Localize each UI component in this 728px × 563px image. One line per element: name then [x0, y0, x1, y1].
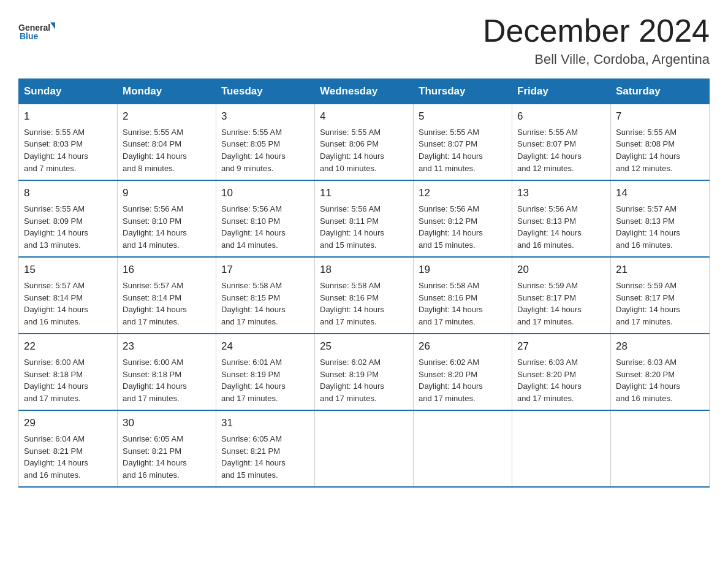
col-header-sunday: Sunday	[19, 79, 118, 104]
calendar-cell: 16Sunrise: 5:57 AMSunset: 8:14 PMDayligh…	[118, 257, 216, 334]
page-subtitle: Bell Ville, Cordoba, Argentina	[483, 52, 710, 67]
calendar-cell: 18Sunrise: 5:58 AMSunset: 8:16 PMDayligh…	[315, 257, 414, 334]
calendar-cell: 28Sunrise: 6:03 AMSunset: 8:20 PMDayligh…	[611, 334, 710, 410]
calendar-cell: 23Sunrise: 6:00 AMSunset: 8:18 PMDayligh…	[118, 334, 216, 410]
day-info: Sunrise: 6:05 AMSunset: 8:21 PMDaylight:…	[123, 434, 187, 480]
day-number: 4	[320, 109, 408, 124]
col-header-friday: Friday	[512, 79, 611, 104]
day-number: 17	[221, 262, 309, 278]
calendar-cell	[512, 410, 611, 487]
day-info: Sunrise: 5:56 AMSunset: 8:13 PMDaylight:…	[517, 204, 582, 250]
day-number: 7	[616, 109, 704, 124]
day-number: 13	[517, 186, 605, 201]
calendar-cell: 19Sunrise: 5:58 AMSunset: 8:16 PMDayligh…	[414, 257, 512, 334]
day-number: 23	[123, 339, 211, 354]
calendar-cell: 30Sunrise: 6:05 AMSunset: 8:21 PMDayligh…	[118, 410, 216, 487]
day-number: 22	[24, 339, 112, 354]
day-number: 24	[221, 339, 309, 354]
day-info: Sunrise: 5:55 AMSunset: 8:09 PMDaylight:…	[24, 204, 88, 250]
day-info: Sunrise: 5:55 AMSunset: 8:07 PMDaylight:…	[419, 128, 483, 174]
calendar-cell: 2Sunrise: 5:55 AMSunset: 8:04 PMDaylight…	[118, 104, 216, 181]
day-info: Sunrise: 5:59 AMSunset: 8:17 PMDaylight:…	[517, 281, 582, 327]
calendar-cell: 6Sunrise: 5:55 AMSunset: 8:07 PMDaylight…	[512, 104, 611, 181]
calendar-cell: 24Sunrise: 6:01 AMSunset: 8:19 PMDayligh…	[216, 334, 315, 410]
calendar-cell	[414, 410, 512, 487]
calendar-cell: 1Sunrise: 5:55 AMSunset: 8:03 PMDaylight…	[19, 104, 118, 181]
day-number: 3	[221, 109, 309, 124]
calendar-cell: 17Sunrise: 5:58 AMSunset: 8:15 PMDayligh…	[216, 257, 315, 334]
calendar-cell: 8Sunrise: 5:55 AMSunset: 8:09 PMDaylight…	[19, 180, 118, 257]
day-number: 1	[24, 109, 112, 124]
logo-svg: General Blue	[18, 12, 55, 49]
calendar-week-row: 29Sunrise: 6:04 AMSunset: 8:21 PMDayligh…	[19, 410, 710, 487]
calendar-header-row: SundayMondayTuesdayWednesdayThursdayFrid…	[19, 79, 710, 104]
day-number: 31	[221, 416, 309, 431]
svg-marker-1	[50, 23, 55, 29]
day-info: Sunrise: 5:58 AMSunset: 8:15 PMDaylight:…	[221, 281, 286, 327]
day-number: 19	[419, 262, 507, 278]
day-info: Sunrise: 5:55 AMSunset: 8:05 PMDaylight:…	[221, 128, 286, 174]
day-number: 9	[123, 186, 211, 201]
day-info: Sunrise: 6:00 AMSunset: 8:18 PMDaylight:…	[24, 358, 88, 404]
day-info: Sunrise: 5:55 AMSunset: 8:08 PMDaylight:…	[616, 128, 680, 174]
day-number: 2	[123, 109, 211, 124]
col-header-monday: Monday	[118, 79, 216, 104]
day-info: Sunrise: 5:55 AMSunset: 8:07 PMDaylight:…	[517, 128, 582, 174]
calendar-cell	[315, 410, 414, 487]
day-number: 25	[320, 339, 408, 354]
day-info: Sunrise: 5:56 AMSunset: 8:10 PMDaylight:…	[221, 204, 286, 250]
calendar-cell: 5Sunrise: 5:55 AMSunset: 8:07 PMDaylight…	[414, 104, 512, 181]
calendar-cell: 7Sunrise: 5:55 AMSunset: 8:08 PMDaylight…	[611, 104, 710, 181]
day-info: Sunrise: 5:55 AMSunset: 8:03 PMDaylight:…	[24, 128, 88, 174]
day-number: 5	[419, 109, 507, 124]
calendar-cell: 10Sunrise: 5:56 AMSunset: 8:10 PMDayligh…	[216, 180, 315, 257]
calendar-cell: 14Sunrise: 5:57 AMSunset: 8:13 PMDayligh…	[611, 180, 710, 257]
day-number: 8	[24, 186, 112, 201]
day-number: 10	[221, 186, 309, 201]
day-info: Sunrise: 6:05 AMSunset: 8:21 PMDaylight:…	[221, 434, 286, 480]
day-info: Sunrise: 6:04 AMSunset: 8:21 PMDaylight:…	[24, 434, 88, 480]
day-number: 16	[123, 262, 211, 278]
day-info: Sunrise: 6:01 AMSunset: 8:19 PMDaylight:…	[221, 358, 286, 404]
day-number: 11	[320, 186, 408, 201]
col-header-tuesday: Tuesday	[216, 79, 315, 104]
day-info: Sunrise: 5:56 AMSunset: 8:12 PMDaylight:…	[419, 204, 483, 250]
svg-text:Blue: Blue	[20, 31, 39, 41]
day-number: 30	[123, 416, 211, 431]
day-info: Sunrise: 5:58 AMSunset: 8:16 PMDaylight:…	[419, 281, 483, 327]
title-area: December 2024 Bell Ville, Cordoba, Argen…	[483, 12, 710, 67]
calendar-cell	[611, 410, 710, 487]
day-info: Sunrise: 5:59 AMSunset: 8:17 PMDaylight:…	[616, 281, 680, 327]
day-info: Sunrise: 6:03 AMSunset: 8:20 PMDaylight:…	[517, 358, 582, 404]
page-title: December 2024	[483, 12, 710, 49]
day-info: Sunrise: 6:02 AMSunset: 8:19 PMDaylight:…	[320, 358, 384, 404]
day-info: Sunrise: 6:02 AMSunset: 8:20 PMDaylight:…	[419, 358, 483, 404]
day-number: 28	[616, 339, 704, 354]
day-number: 18	[320, 262, 408, 278]
logo: General Blue	[18, 12, 55, 49]
day-info: Sunrise: 5:58 AMSunset: 8:16 PMDaylight:…	[320, 281, 384, 327]
calendar-cell: 15Sunrise: 5:57 AMSunset: 8:14 PMDayligh…	[19, 257, 118, 334]
calendar-cell: 4Sunrise: 5:55 AMSunset: 8:06 PMDaylight…	[315, 104, 414, 181]
day-number: 14	[616, 186, 704, 201]
day-info: Sunrise: 5:56 AMSunset: 8:11 PMDaylight:…	[320, 204, 384, 250]
col-header-saturday: Saturday	[611, 79, 710, 104]
day-number: 6	[517, 109, 605, 124]
calendar-cell: 25Sunrise: 6:02 AMSunset: 8:19 PMDayligh…	[315, 334, 414, 410]
calendar-cell: 31Sunrise: 6:05 AMSunset: 8:21 PMDayligh…	[216, 410, 315, 487]
day-number: 27	[517, 339, 605, 354]
calendar-week-row: 8Sunrise: 5:55 AMSunset: 8:09 PMDaylight…	[19, 180, 710, 257]
calendar-week-row: 15Sunrise: 5:57 AMSunset: 8:14 PMDayligh…	[19, 257, 710, 334]
calendar-week-row: 22Sunrise: 6:00 AMSunset: 8:18 PMDayligh…	[19, 334, 710, 410]
calendar-cell: 11Sunrise: 5:56 AMSunset: 8:11 PMDayligh…	[315, 180, 414, 257]
day-info: Sunrise: 5:57 AMSunset: 8:14 PMDaylight:…	[123, 281, 187, 327]
col-header-thursday: Thursday	[414, 79, 512, 104]
calendar-cell: 26Sunrise: 6:02 AMSunset: 8:20 PMDayligh…	[414, 334, 512, 410]
day-info: Sunrise: 6:00 AMSunset: 8:18 PMDaylight:…	[123, 358, 187, 404]
day-number: 20	[517, 262, 605, 278]
day-info: Sunrise: 5:56 AMSunset: 8:10 PMDaylight:…	[123, 204, 187, 250]
calendar-table: SundayMondayTuesdayWednesdayThursdayFrid…	[18, 79, 710, 488]
page-header: General Blue December 2024 Bell Ville, C…	[18, 12, 710, 67]
calendar-cell: 29Sunrise: 6:04 AMSunset: 8:21 PMDayligh…	[19, 410, 118, 487]
day-info: Sunrise: 5:57 AMSunset: 8:14 PMDaylight:…	[24, 281, 88, 327]
